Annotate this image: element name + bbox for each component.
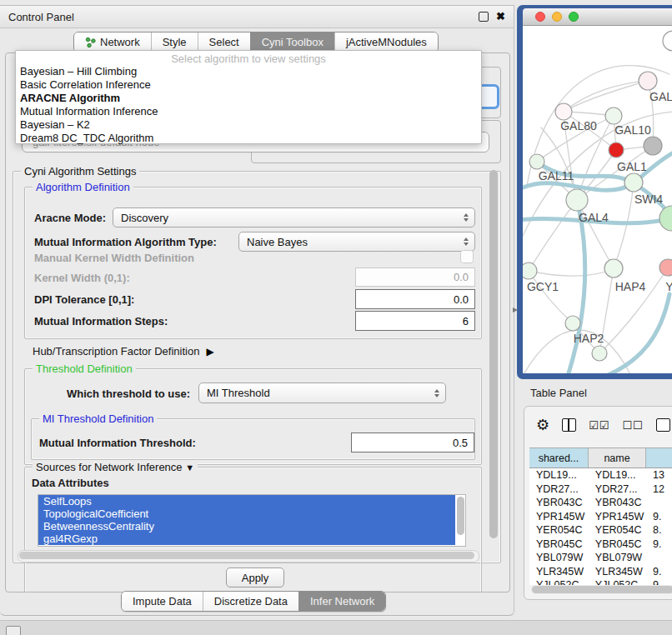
float-panel-icon[interactable] bbox=[479, 12, 489, 22]
mi-type-combobox[interactable]: Naive Bayes bbox=[238, 232, 475, 252]
tab-impute-data[interactable]: Impute Data bbox=[122, 592, 203, 611]
network-edge[interactable] bbox=[529, 268, 614, 276]
table-function-icon[interactable] bbox=[656, 418, 670, 432]
zoom-window-icon[interactable] bbox=[569, 12, 579, 22]
table-row[interactable]: YBR043CYBR043C bbox=[529, 496, 672, 510]
table-cell: 8. bbox=[646, 523, 672, 538]
network-graph[interactable]: GALGAL80GAL10GAL1GAL11SWI4GAL4GCY1HAP4YH… bbox=[523, 26, 672, 373]
attribute-item[interactable]: gal4RGexp bbox=[38, 532, 455, 545]
mi-threshold-value: 0.5 bbox=[453, 437, 468, 449]
close-window-icon[interactable] bbox=[535, 12, 545, 22]
network-node-gal11[interactable] bbox=[529, 154, 544, 169]
network-node[interactable] bbox=[644, 137, 662, 155]
algorithm-option[interactable]: Bayesian – Hill Climbing bbox=[16, 65, 481, 78]
close-panel-icon[interactable]: ✖ bbox=[496, 12, 505, 21]
kernel-width-field[interactable]: 0.0 bbox=[355, 268, 475, 287]
deselect-all-icon[interactable]: ☐☐ bbox=[622, 419, 643, 432]
network-node-gal[interactable] bbox=[639, 72, 657, 90]
attribute-item[interactable]: SelfLoops bbox=[38, 495, 455, 508]
tab-style[interactable]: Style bbox=[151, 32, 198, 52]
gear-icon[interactable]: ⚙ bbox=[536, 417, 549, 433]
tab-network[interactable]: Network bbox=[74, 32, 151, 52]
table-cell: YDL19... bbox=[589, 468, 646, 482]
network-node[interactable] bbox=[663, 31, 672, 51]
network-edge[interactable] bbox=[529, 271, 573, 323]
table-row[interactable]: YJL052CYJL052C9. bbox=[529, 578, 672, 585]
tab-label: Style bbox=[163, 36, 187, 48]
table-row[interactable]: YBL079WYBL079W bbox=[529, 551, 672, 565]
network-node-gal4[interactable] bbox=[566, 189, 588, 211]
table-cell: YDR27... bbox=[529, 482, 589, 497]
apply-button[interactable]: Apply bbox=[226, 568, 284, 588]
table-row[interactable]: YDL19...YDL19...13 bbox=[529, 468, 672, 482]
network-node-gal80[interactable] bbox=[555, 103, 572, 120]
control-panel: Control Panel ✖ NetworkStyleSelectCyni T… bbox=[0, 5, 514, 616]
dpi-tolerance-field[interactable]: 0.0 bbox=[355, 289, 475, 309]
column-header[interactable]: name bbox=[589, 448, 646, 468]
network-node[interactable] bbox=[659, 206, 672, 231]
node-label: HAP4 bbox=[615, 280, 646, 293]
network-edge[interactable] bbox=[606, 294, 669, 373]
column-header[interactable] bbox=[646, 448, 672, 468]
table-row[interactable]: YBR045CYBR045C9. bbox=[529, 538, 672, 552]
data-attributes-list[interactable]: SelfLoopsTopologicalCoefficientBetweenne… bbox=[38, 494, 466, 547]
table-row[interactable]: YLR345WYLR345W9. bbox=[529, 565, 672, 579]
table-cell: YBL079W bbox=[529, 551, 589, 565]
network-canvas[interactable]: GALGAL80GAL10GAL1GAL11SWI4GAL4GCY1HAP4YH… bbox=[523, 26, 672, 373]
network-node-gcy1[interactable] bbox=[523, 262, 537, 279]
network-node[interactable] bbox=[592, 346, 607, 361]
network-view-window[interactable]: GALGAL80GAL10GAL1GAL11SWI4GAL4GCY1HAP4YH… bbox=[517, 5, 672, 379]
network-node-gal1[interactable] bbox=[609, 142, 624, 158]
collapse-arrow-icon[interactable]: ▼ bbox=[185, 462, 194, 472]
select-all-icon[interactable]: ☑☑ bbox=[589, 419, 609, 432]
network-window-titlebar[interactable] bbox=[523, 8, 672, 26]
tab-jactivemnodules[interactable]: jActiveMNodules bbox=[334, 32, 438, 52]
manual-kernel-checkbox[interactable] bbox=[460, 250, 474, 263]
table-horizontal-scrollbar[interactable] bbox=[531, 585, 672, 594]
list-scrollbar[interactable] bbox=[457, 497, 464, 535]
minimized-panel-icon[interactable] bbox=[6, 626, 21, 635]
network-node-hap4[interactable] bbox=[604, 259, 623, 278]
threshold-definition-title: Threshold Definition bbox=[33, 362, 136, 375]
horizontal-scrollbar[interactable] bbox=[18, 550, 479, 562]
cyni-bottom-tabs: Impute DataDiscretize DataInfer Network bbox=[121, 591, 386, 612]
network-node-y[interactable] bbox=[659, 259, 672, 276]
algorithm-option[interactable]: Mutual Information Inference bbox=[16, 105, 481, 118]
hub-definition-expander[interactable]: Hub/Transcription Factor Definition ▶ bbox=[33, 345, 214, 358]
table-panel: ⚙ ☑☑ ☐☐ shared...name YDL19...YDL19...13… bbox=[524, 406, 672, 600]
tab-select[interactable]: Select bbox=[198, 32, 250, 52]
minimize-window-icon[interactable] bbox=[552, 12, 562, 22]
show-column-icon[interactable] bbox=[562, 418, 576, 432]
algorithm-option[interactable]: Bayesian – K2 bbox=[16, 118, 481, 132]
node-label: GAL bbox=[649, 90, 672, 103]
algorithm-option[interactable]: Dream8 DC_TDC Algorithm bbox=[16, 132, 481, 145]
tab-infer-network[interactable]: Infer Network bbox=[298, 592, 385, 611]
which-threshold-combobox[interactable]: MI Threshold bbox=[198, 382, 446, 403]
tab-discretize-data[interactable]: Discretize Data bbox=[203, 592, 298, 611]
algorithm-option[interactable]: Basic Correlation Inference bbox=[16, 78, 481, 92]
attribute-item[interactable]: BetweennessCentrality bbox=[38, 520, 455, 532]
settings-scrollbar[interactable] bbox=[489, 168, 499, 592]
network-edge[interactable] bbox=[614, 182, 634, 268]
aracne-mode-combobox[interactable]: Discovery bbox=[113, 208, 475, 228]
mi-threshold-field[interactable]: 0.5 bbox=[351, 432, 474, 452]
node-table[interactable]: shared...name YDL19...YDL19...13YDR27...… bbox=[529, 448, 672, 585]
sources-group-title: Sources for Network Inference ▼ bbox=[33, 461, 198, 473]
algorithm-dropdown-popup: Select algorithm to view settings Bayesi… bbox=[15, 50, 482, 144]
network-node-hap2[interactable] bbox=[565, 316, 580, 331]
table-cell: YPR145W bbox=[589, 510, 646, 524]
tab-cyni-toolbox[interactable]: Cyni Toolbox bbox=[250, 32, 334, 52]
table-row[interactable]: YDR27...YDR27...12 bbox=[529, 482, 672, 497]
table-row[interactable]: YPR145WYPR145W9. bbox=[529, 510, 672, 524]
attribute-item[interactable]: TopologicalCoefficient bbox=[38, 508, 455, 520]
algorithm-option[interactable]: ARACNE Algorithm bbox=[16, 92, 481, 105]
column-header[interactable]: shared... bbox=[529, 448, 589, 468]
hub-definition-label: Hub/Transcription Factor Definition bbox=[33, 345, 199, 358]
network-edge[interactable] bbox=[568, 200, 585, 373]
node-label: SWI4 bbox=[634, 192, 663, 206]
network-node-gal10[interactable] bbox=[605, 108, 622, 124]
mi-steps-field[interactable]: 6 bbox=[355, 311, 475, 331]
dpi-tolerance-value: 0.0 bbox=[454, 293, 469, 306]
network-node-swi4[interactable] bbox=[624, 173, 643, 192]
table-row[interactable]: YER054CYER054C8. bbox=[529, 523, 672, 538]
